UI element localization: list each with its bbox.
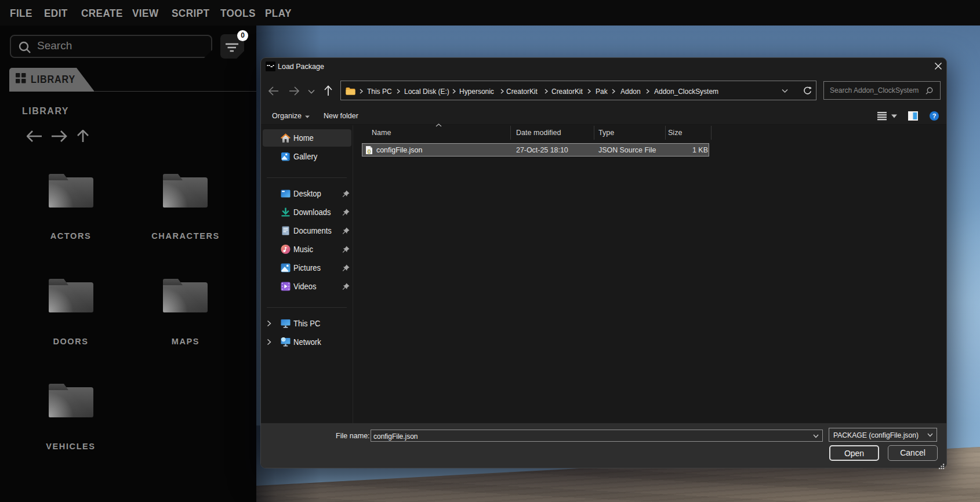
svg-text:{}: {} (367, 148, 371, 154)
svg-text:?: ? (932, 112, 937, 119)
